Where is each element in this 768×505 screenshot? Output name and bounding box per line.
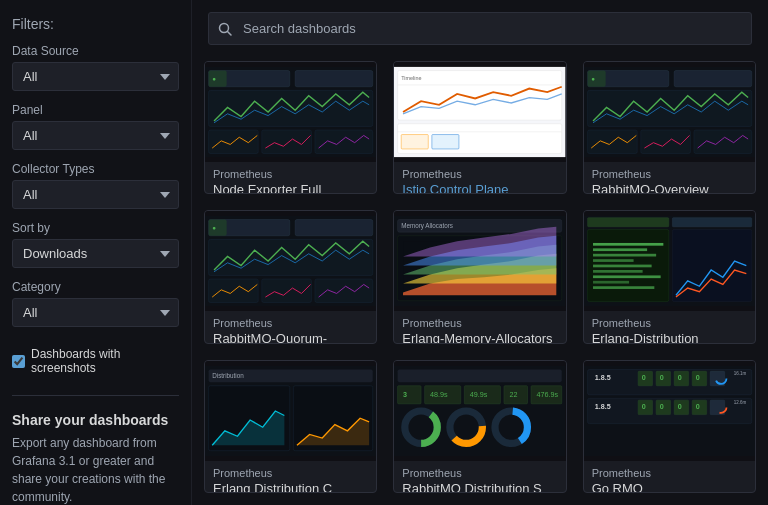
card-source: Prometheus <box>592 168 747 180</box>
svg-text:0: 0 <box>641 373 645 382</box>
svg-text:Distribution: Distribution <box>212 371 244 378</box>
svg-text:0: 0 <box>659 373 663 382</box>
category-select[interactable]: All <box>12 298 179 327</box>
svg-rect-58 <box>593 276 661 279</box>
panel-label: Panel <box>12 103 179 117</box>
sort-by-group: Sort by Downloads <box>12 221 179 268</box>
card-title: Erlang Distribution C <box>213 481 368 493</box>
card-source: Prometheus <box>592 317 747 329</box>
svg-text:Timeline: Timeline <box>402 75 422 81</box>
svg-rect-52 <box>593 243 663 246</box>
card-info: PrometheusNode Exporter Full <box>205 162 376 194</box>
card-thumbnail: 3 48.9s 49.9s 22 476.9s <box>394 361 565 461</box>
svg-rect-10 <box>315 130 373 153</box>
card-info: PrometheusGo RMQ <box>584 461 755 493</box>
dashboard-card[interactable]: Distribution PrometheusErlang Distributi… <box>204 360 377 493</box>
svg-rect-48 <box>587 218 668 227</box>
card-title: Erlang-Distribution <box>592 331 747 343</box>
card-title: Go RMQ <box>592 481 747 493</box>
share-description: Export any dashboard from Grafana 3.1 or… <box>12 434 179 505</box>
svg-rect-7 <box>209 90 373 126</box>
card-source: Prometheus <box>213 467 368 479</box>
dashboard-card[interactable]: Timeline PrometheusIstio Control Plane D… <box>393 61 566 194</box>
card-info: PrometheusRabbitMQ-Quorum-Queues-Raft <box>205 311 376 343</box>
svg-rect-4 <box>209 71 227 87</box>
card-thumbnail: Distribution <box>205 361 376 461</box>
sidebar: Filters: Data Source All Panel All Colle… <box>0 0 192 505</box>
svg-text:Memory Allocators: Memory Allocators <box>402 222 454 230</box>
svg-line-1 <box>228 31 232 35</box>
svg-text:0: 0 <box>695 402 699 411</box>
card-info: PrometheusRabbitMQ-Overview <box>584 162 755 194</box>
search-icon <box>218 22 232 36</box>
card-info: PrometheusIstio Control Plane Dashboard <box>394 162 565 194</box>
dashboard-card[interactable]: 3 48.9s 49.9s 22 476.9s PrometheusRabbit… <box>393 360 566 493</box>
search-wrapper <box>208 12 752 45</box>
data-source-group: Data Source All <box>12 44 179 91</box>
card-thumbnail: Timeline <box>394 62 565 162</box>
search-input[interactable] <box>208 12 752 45</box>
svg-rect-70 <box>398 385 421 403</box>
category-group: Category All <box>12 280 179 327</box>
card-thumbnail: ● <box>205 62 376 162</box>
card-title[interactable]: Istio Control Plane Dashboard <box>402 182 557 194</box>
search-bar <box>192 0 768 53</box>
svg-rect-21 <box>587 71 605 87</box>
svg-text:12.6m: 12.6m <box>733 399 746 404</box>
card-source: Prometheus <box>592 467 747 479</box>
data-source-select[interactable]: All <box>12 62 179 91</box>
dashboard-grid: ● PrometheusNode Exporter Full Timeline … <box>192 53 768 505</box>
dashboard-card[interactable]: PrometheusErlang-Distribution <box>583 210 756 343</box>
card-title: Erlang-Memory-Allocators <box>402 331 557 343</box>
screenshots-checkbox[interactable] <box>12 355 25 368</box>
svg-rect-6 <box>295 71 373 87</box>
card-source: Prometheus <box>213 317 368 329</box>
dashboard-card[interactable]: ● PrometheusRabbitMQ-Overview <box>583 61 756 194</box>
svg-text:●: ● <box>212 225 216 232</box>
svg-rect-30 <box>209 220 227 236</box>
svg-text:16.1m: 16.1m <box>733 371 746 376</box>
svg-rect-36 <box>315 279 373 302</box>
svg-rect-32 <box>295 220 373 236</box>
panel-group: Panel All <box>12 103 179 150</box>
svg-text:1.8.5: 1.8.5 <box>594 373 610 382</box>
svg-text:48.9s: 48.9s <box>430 389 448 398</box>
card-title: Node Exporter Full <box>213 182 368 194</box>
card-thumbnail <box>584 211 755 311</box>
card-info: PrometheusErlang-Distribution <box>584 311 755 343</box>
svg-rect-59 <box>593 281 629 284</box>
svg-text:0: 0 <box>641 402 645 411</box>
card-source: Prometheus <box>213 168 368 180</box>
card-source: Prometheus <box>402 317 557 329</box>
card-thumbnail: ● <box>205 211 376 311</box>
svg-text:0: 0 <box>677 402 681 411</box>
panel-select[interactable]: All <box>12 121 179 150</box>
collector-types-label: Collector Types <box>12 162 179 176</box>
main-content: ● PrometheusNode Exporter Full Timeline … <box>192 0 768 505</box>
card-title: RabbitMQ-Overview <box>592 182 747 194</box>
dashboard-card[interactable]: Memory Allocators PrometheusErlang-Memor… <box>393 210 566 343</box>
sort-by-select[interactable]: Downloads <box>12 239 179 268</box>
svg-rect-55 <box>593 260 634 263</box>
svg-rect-18 <box>432 135 459 149</box>
share-title: Share your dashboards <box>12 412 179 428</box>
collector-types-select[interactable]: All <box>12 180 179 209</box>
card-info: PrometheusErlang Distribution C <box>205 461 376 493</box>
screenshots-checkbox-label: Dashboards with screenshots <box>31 347 179 375</box>
svg-rect-33 <box>209 240 373 276</box>
svg-text:3: 3 <box>403 389 407 398</box>
card-info: PrometheusErlang-Memory-Allocators <box>394 311 565 343</box>
svg-text:1.8.5: 1.8.5 <box>594 402 610 411</box>
dashboard-card[interactable]: ● PrometheusNode Exporter Full <box>204 61 377 194</box>
svg-rect-17 <box>402 135 429 149</box>
card-thumbnail: Memory Allocators <box>394 211 565 311</box>
card-thumbnail: ● <box>584 62 755 162</box>
svg-rect-23 <box>674 71 752 87</box>
svg-text:49.9s: 49.9s <box>470 389 488 398</box>
card-source: Prometheus <box>402 168 557 180</box>
svg-text:●: ● <box>591 75 595 82</box>
dashboard-card[interactable]: ● PrometheusRabbitMQ-Quorum-Queues-Raft <box>204 210 377 343</box>
dashboard-card[interactable]: 1.8.5 0 0 0 0 16.1m 1.8.5 0 0 0 0 12.6m <box>583 360 756 493</box>
svg-rect-24 <box>587 90 751 126</box>
card-thumbnail: 1.8.5 0 0 0 0 16.1m 1.8.5 0 0 0 0 12.6m <box>584 361 755 461</box>
